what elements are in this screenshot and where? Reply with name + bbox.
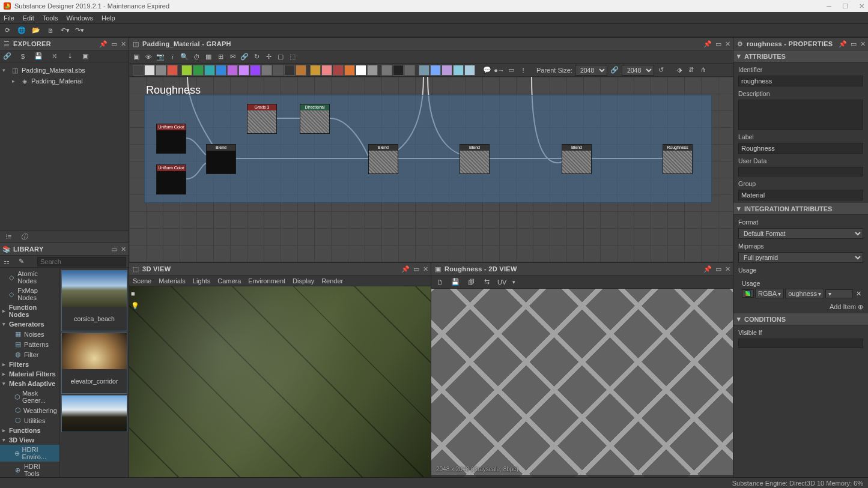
view3d-menu-item[interactable]: Materials [159, 277, 186, 285]
library-tree-item[interactable]: ⬡Mask Gener... [0, 388, 59, 405]
library-tree-item[interactable]: ◍Filter [0, 349, 59, 360]
palette-node-button[interactable] [296, 65, 306, 76]
library-tree-item[interactable]: ◇Atomic Nodes [0, 269, 59, 286]
view2d-viewport[interactable]: 2048 x 2048 (Grayscale, 8bpc) ❖ ▦ ⊞ ✦ i … [431, 289, 733, 488]
palette-node-button[interactable] [464, 65, 475, 76]
library-tree-item[interactable]: ▾Generators [0, 319, 59, 329]
view3d-menu-item[interactable]: Scene [133, 277, 151, 285]
restore-icon[interactable]: ▭ [111, 40, 117, 48]
usage-channel-select[interactable]: oughness ▾ [785, 289, 824, 298]
randomize-icon[interactable]: ✢ [264, 52, 273, 62]
palette-node-button[interactable] [261, 65, 272, 76]
view3d-menu-item[interactable]: Environment [248, 277, 285, 285]
library-tree-item[interactable]: ▸Filters [0, 360, 59, 369]
save-pkg-icon[interactable]: 💾 [34, 52, 43, 61]
new-img-icon[interactable]: 🗋 [435, 277, 445, 287]
library-tree-item[interactable]: ▸Function Nodes [0, 303, 59, 319]
copy-img-icon[interactable]: 🗐 [466, 277, 476, 287]
autosize3-icon[interactable]: ⋔ [699, 65, 708, 75]
palette-node-button[interactable] [404, 65, 415, 76]
library-tree-item[interactable]: ⊕HDRI Tools [0, 462, 59, 477]
parent-height-select[interactable]: 2048 [622, 65, 654, 76]
graph-node[interactable]: Uniform Color [156, 164, 186, 194]
info2-icon[interactable]: i [168, 52, 177, 62]
group-input[interactable]: Material [738, 190, 863, 200]
menu-file[interactable]: File [4, 14, 14, 22]
uv-chevron-icon[interactable]: ▾ [512, 279, 515, 285]
library-tree-item[interactable]: ⬡Weathering [0, 405, 59, 415]
palette-node-button[interactable] [344, 65, 355, 76]
label-input[interactable]: Roughness [738, 143, 863, 154]
usage-rgba-select[interactable]: RGBA ▾ [755, 289, 784, 298]
format-select[interactable]: Default Format [738, 228, 863, 239]
info-icon[interactable]: ⓘ [19, 232, 29, 242]
comment-icon[interactable]: 💬 [482, 65, 492, 75]
library-tree-item[interactable]: ▾Mesh Adaptive [0, 379, 59, 388]
menu-tools[interactable]: Tools [43, 14, 58, 22]
export-icon[interactable]: ⤓ [65, 52, 74, 61]
library-tree-item[interactable]: ◇FxMap Nodes [0, 286, 59, 303]
palette-node-button[interactable] [181, 65, 192, 76]
crop-icon[interactable]: ▢ [276, 52, 285, 62]
undo-icon[interactable]: ↶▾ [60, 26, 70, 35]
view3d-menu-item[interactable]: Lights [193, 277, 210, 285]
graph-node[interactable]: Uniform Color [156, 124, 186, 154]
menu-windows[interactable]: Windows [66, 14, 93, 22]
identifier-input[interactable]: roughness [738, 76, 863, 86]
library-tree-item[interactable]: ⬡Utilities [0, 415, 59, 426]
palette-node-button[interactable] [310, 65, 321, 76]
lib-close-icon[interactable]: ✕ [121, 246, 126, 253]
light-bulb-icon[interactable]: 💡 [131, 302, 139, 310]
compute-icon[interactable]: ▣ [80, 52, 90, 61]
reset-size-icon[interactable]: ↺ [657, 65, 666, 75]
library-thumbnail[interactable] [61, 395, 127, 432]
palette-node-button[interactable] [419, 65, 429, 76]
userdata-input[interactable] [738, 167, 863, 176]
autosize1-icon[interactable]: ⬗ [675, 65, 684, 75]
menu-help[interactable]: Help [102, 14, 115, 22]
minimize-icon[interactable]: ─ [827, 2, 831, 10]
nav-eye-icon[interactable]: 👁 [144, 52, 153, 62]
palette-node-button[interactable] [133, 65, 144, 76]
timing-icon[interactable]: ⏱ [192, 52, 201, 62]
marquee-icon[interactable]: ⬚ [288, 52, 297, 62]
graph-node[interactable]: Blend [460, 144, 490, 174]
panel-close-icon[interactable]: ✕ [121, 40, 126, 48]
graph-restore-icon[interactable]: ▭ [715, 40, 721, 48]
save-icon[interactable]: 🗎 [46, 26, 55, 35]
library-tree-item[interactable]: ▤Patterns [0, 339, 59, 349]
library-tree-item[interactable]: ▦Noises [0, 329, 59, 339]
view3d-restore-icon[interactable]: ▭ [413, 265, 419, 273]
section-attributes[interactable]: ▾ATTRIBUTES [733, 50, 868, 62]
palette-node-button[interactable] [273, 65, 284, 76]
view3d-pin-icon[interactable]: 📌 [401, 265, 410, 273]
palette-node-button[interactable] [442, 65, 452, 76]
library-thumbnail[interactable]: corsica_beach [61, 270, 127, 331]
view3d-close-icon[interactable]: ✕ [423, 265, 428, 273]
prop-pin-icon[interactable]: 📌 [839, 40, 847, 48]
refresh-icon[interactable]: 🌐 [17, 26, 26, 35]
usage-empty-select[interactable]: ▾ [825, 289, 853, 298]
usage-color-swatch[interactable] [742, 289, 754, 298]
link-icon[interactable]: 🔗 [2, 52, 12, 61]
palette-node-button[interactable] [333, 65, 344, 76]
palette-node-button[interactable] [367, 65, 378, 76]
prop-close-icon[interactable]: ✕ [860, 40, 866, 48]
description-input[interactable] [738, 100, 863, 130]
home-icon[interactable]: ⟳ [2, 26, 12, 35]
palette-node-button[interactable] [381, 65, 392, 76]
maximize-icon[interactable]: ☐ [842, 2, 848, 10]
camera-record-icon[interactable]: ■ [131, 290, 139, 297]
parent-width-select[interactable]: 2048 [575, 65, 607, 76]
align-icon[interactable]: ⊞ [216, 52, 225, 62]
lib-view-icon[interactable]: ⚏ [2, 257, 11, 267]
send-icon[interactable]: ✉ [228, 52, 237, 62]
dollar-icon[interactable]: $ [18, 52, 28, 61]
view2d-pin-icon[interactable]: 📌 [703, 265, 712, 273]
palette-node-button[interactable] [284, 65, 295, 76]
view3d-menu-item[interactable]: Display [293, 277, 314, 285]
palette-node-button[interactable] [453, 65, 464, 76]
palette-node-button[interactable] [250, 65, 261, 76]
add-item-button[interactable]: Add Item ⊕ [830, 303, 863, 310]
view3d-menu-item[interactable]: Render [321, 277, 343, 285]
